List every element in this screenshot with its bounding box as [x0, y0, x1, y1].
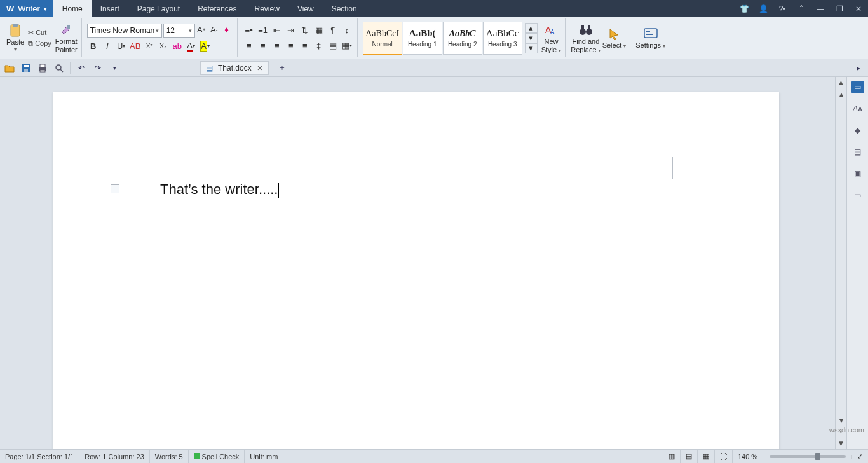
panel-shapes-icon[interactable]: ◆ — [851, 124, 864, 137]
new-style-button[interactable]: AA New Style ▾ — [541, 23, 562, 53]
grow-font-button[interactable]: A+ — [195, 24, 208, 36]
increase-indent-button[interactable]: ⇥ — [285, 24, 297, 37]
superscript-button[interactable]: X² — [143, 40, 156, 53]
user-icon[interactable]: 👤 — [754, 0, 773, 17]
shading-button[interactable]: ▤ — [327, 39, 339, 52]
shirt-icon[interactable]: 👕 — [735, 0, 754, 17]
tab-view[interactable]: View — [288, 0, 323, 17]
justify-button[interactable]: ≡ — [285, 39, 297, 52]
new-tab-button[interactable]: ＋ — [275, 61, 289, 75]
style-heading1[interactable]: AaBb(Heading 1 — [403, 22, 442, 55]
underline-button[interactable]: U▾ — [115, 40, 128, 53]
scroll-top-icon[interactable]: ▲ — [836, 77, 846, 88]
view-print-layout[interactable]: ▥ — [663, 450, 681, 463]
print-preview-button[interactable] — [52, 61, 66, 75]
font-color-button[interactable]: A▾ — [185, 40, 198, 53]
select-button[interactable]: Select ▾ — [602, 27, 627, 49]
bold-button[interactable]: B — [87, 40, 100, 53]
font-size-combo[interactable]: 12▾ — [163, 24, 195, 38]
sort-button[interactable]: ⇅ — [299, 24, 311, 37]
panel-page-icon[interactable]: ▭ — [851, 81, 864, 93]
line-spacing-button[interactable]: ‡ — [313, 39, 325, 52]
show-marks-button[interactable]: ¶ — [327, 24, 339, 37]
qat-more-icon[interactable]: ▾ — [107, 61, 121, 75]
collapse-ribbon-icon[interactable]: ˄ — [792, 0, 811, 17]
page[interactable]: That’s the writer..... — [53, 92, 779, 449]
redo-button[interactable]: ↷ — [91, 61, 105, 75]
strikethrough-button[interactable]: AB — [129, 40, 142, 53]
panel-clip-icon[interactable]: ▭ — [851, 189, 864, 202]
status-unit[interactable]: Unit: mm — [245, 450, 283, 463]
section-tag-icon[interactable] — [111, 184, 119, 193]
find-replace-button[interactable]: Find and Replace ▾ — [571, 23, 600, 53]
document-body[interactable]: That’s the writer..... — [160, 181, 279, 198]
zoom-slider[interactable] — [770, 455, 846, 458]
close-tab-icon[interactable]: ✕ — [257, 64, 263, 73]
status-spellcheck[interactable]: Spell Check — [189, 450, 245, 463]
zoom-value[interactable]: 140 % — [738, 453, 757, 460]
highlight-button[interactable]: A▾ — [199, 40, 212, 53]
svg-rect-11 — [646, 34, 653, 35]
tab-home[interactable]: Home — [53, 0, 92, 17]
borders-button[interactable]: ▦▾ — [341, 39, 353, 52]
style-heading3[interactable]: AaBbCcHeading 3 — [483, 22, 522, 55]
shrink-font-button[interactable]: A- — [208, 24, 220, 36]
zoom-out-button[interactable]: − — [761, 453, 765, 460]
help-icon[interactable]: ?▾ — [773, 0, 792, 17]
minimize-button[interactable]: — — [811, 0, 830, 17]
tab-list-icon[interactable]: ▸ — [851, 61, 865, 75]
open-button[interactable] — [3, 61, 17, 75]
text-direction-button[interactable]: ↕ — [341, 24, 353, 37]
panel-font-icon[interactable]: Aᴀ — [851, 102, 864, 115]
numbering-button[interactable]: ≡1 — [257, 24, 269, 37]
italic-button[interactable]: I — [101, 40, 114, 53]
styles-more-icon[interactable]: ▾ — [525, 43, 538, 53]
fit-page-button[interactable]: ⤢ — [857, 452, 863, 460]
status-rowcol[interactable]: Row: 1 Column: 23 — [79, 450, 150, 463]
panel-header-icon[interactable]: ▤ — [851, 146, 864, 158]
tab-review[interactable]: Review — [246, 0, 288, 17]
tab-insert[interactable]: Insert — [92, 0, 128, 17]
view-web[interactable]: ▦ — [698, 450, 715, 463]
app-menu-button[interactable]: W Writer ▾ — [0, 0, 53, 17]
vertical-scrollbar[interactable]: ▲ ▴ ▾ ◦ ▼ — [835, 77, 846, 449]
tab-references[interactable]: References — [189, 0, 245, 17]
view-outline[interactable]: ▤ — [681, 450, 698, 463]
paste-button[interactable]: Paste ▾ — [6, 24, 24, 52]
save-button[interactable] — [19, 61, 33, 75]
scroll-up-icon[interactable]: ▴ — [836, 88, 846, 100]
close-button[interactable]: ✕ — [849, 0, 868, 17]
styles-up-icon[interactable]: ▴ — [525, 23, 538, 33]
bullets-button[interactable]: ≡• — [243, 24, 255, 37]
scroll-down-icon[interactable]: ▾ — [836, 415, 846, 426]
scroll-bottom-icon[interactable]: ▼ — [836, 438, 846, 449]
align-center-button[interactable]: ≡ — [257, 39, 269, 52]
zoom-in-button[interactable]: + — [850, 453, 853, 460]
styles-down-icon[interactable]: ▾ — [525, 33, 538, 43]
view-fullscreen[interactable]: ⛶ — [715, 450, 733, 463]
settings-button[interactable]: Settings ▾ — [635, 27, 665, 49]
format-painter-button[interactable]: Format Painter — [55, 23, 78, 53]
decrease-indent-button[interactable]: ⇤ — [271, 24, 283, 37]
style-normal[interactable]: AaBbCcINormal — [363, 22, 402, 55]
change-case-button[interactable]: ab — [171, 40, 184, 53]
subscript-button[interactable]: X₂ — [157, 40, 170, 53]
align-left-button[interactable]: ≡ — [243, 39, 255, 52]
document-tab[interactable]: ▤ That.docx ✕ — [200, 61, 269, 75]
status-words[interactable]: Words: 5 — [150, 450, 189, 463]
cut-button[interactable]: ✂Cut — [25, 28, 54, 38]
restore-button[interactable]: ❐ — [830, 0, 849, 17]
panel-image-icon[interactable]: ▣ — [851, 167, 864, 180]
style-heading2[interactable]: AaBbCHeading 2 — [443, 22, 482, 55]
distribute-button[interactable]: ≡ — [299, 39, 311, 52]
tab-section[interactable]: Section — [323, 0, 366, 17]
status-page[interactable]: Page: 1/1 Section: 1/1 — [0, 450, 79, 463]
undo-button[interactable]: ↶ — [74, 61, 88, 75]
clear-format-button[interactable]: ♦ — [220, 24, 233, 36]
print-button[interactable] — [36, 61, 50, 75]
table-button[interactable]: ▦ — [313, 24, 325, 37]
font-name-combo[interactable]: Times New Roman▾ — [87, 24, 162, 38]
tab-page-layout[interactable]: Page Layout — [128, 0, 189, 17]
copy-button[interactable]: ⧉Copy — [25, 39, 54, 48]
align-right-button[interactable]: ≡ — [271, 39, 283, 52]
